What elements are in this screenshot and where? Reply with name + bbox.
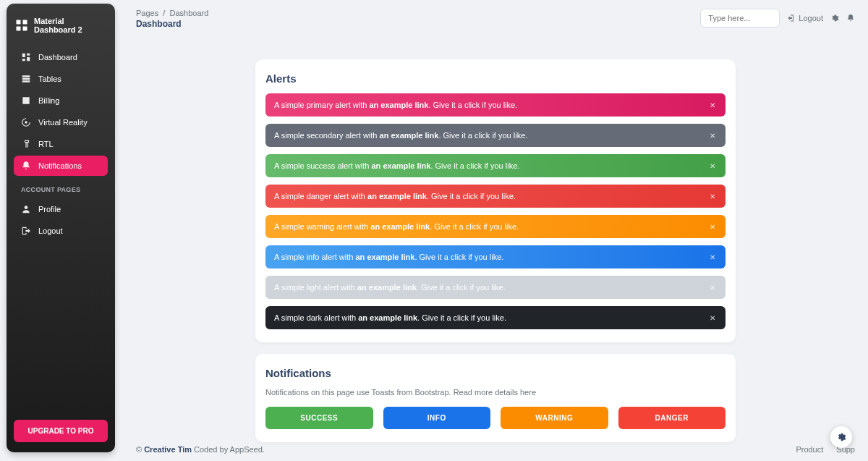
- sidebar-item-vr[interactable]: Virtual Reality: [14, 112, 108, 132]
- svg-rect-3: [22, 26, 27, 30]
- close-icon[interactable]: ✕: [708, 223, 717, 231]
- sidebar: Material Dashboard 2 Dashboard Tables Bi…: [7, 4, 115, 452]
- svg-rect-6: [27, 57, 30, 61]
- footer: © Creative Tim Coded by AppSeed. Product…: [136, 445, 855, 454]
- close-icon[interactable]: ✕: [708, 162, 717, 170]
- logout-label: Logout: [799, 14, 823, 22]
- sidebar-item-label: Logout: [38, 227, 63, 235]
- sidebar-item-profile[interactable]: Profile: [14, 199, 108, 219]
- sidebar-item-rtl[interactable]: RTL: [14, 134, 108, 154]
- sidebar-item-logout[interactable]: Logout: [14, 221, 108, 241]
- sidebar-item-billing[interactable]: Billing: [14, 90, 108, 111]
- danger-button[interactable]: DANGER: [618, 407, 726, 429]
- settings-link[interactable]: [830, 14, 839, 22]
- sidebar-item-label: Tables: [38, 75, 61, 83]
- alert-secondary: A simple secondary alert with an example…: [265, 124, 726, 147]
- brand[interactable]: Material Dashboard 2: [7, 4, 115, 44]
- signin-icon: [787, 14, 796, 22]
- notifications-subtitle: Notifications on this page use Toasts fr…: [265, 388, 726, 397]
- page-title: Dashboard: [136, 19, 208, 29]
- alert-text: A simple dark alert with an example link…: [274, 313, 506, 322]
- brand-name: Material Dashboard 2: [34, 17, 106, 34]
- rtl-icon: [21, 139, 31, 149]
- close-icon[interactable]: ✕: [708, 253, 717, 261]
- svg-rect-4: [22, 54, 25, 57]
- alert-warning: A simple warning alert with an example l…: [265, 215, 726, 238]
- logout-link[interactable]: Logout: [787, 14, 823, 22]
- sidebar-item-label: Virtual Reality: [38, 118, 88, 127]
- vr-icon: [21, 117, 31, 127]
- breadcrumb-root[interactable]: Pages: [136, 9, 158, 17]
- brand-logo-icon: [15, 18, 28, 33]
- gear-icon: [830, 14, 839, 22]
- upgrade-button[interactable]: UPGRADE TO PRO: [14, 420, 108, 442]
- breadcrumb-current: Dashboard: [169, 9, 208, 17]
- notifications-card: Notifications Notifications on this page…: [255, 354, 736, 442]
- footer-copyright: © Creative Tim Coded by AppSeed.: [136, 445, 265, 454]
- search-input[interactable]: [700, 9, 780, 28]
- alert-primary: A simple primary alert with an example l…: [265, 93, 726, 117]
- topbar: Pages / Dashboard Dashboard Logout: [136, 6, 855, 29]
- close-icon[interactable]: ✕: [708, 101, 717, 109]
- alert-text: A simple success alert with an example l…: [274, 161, 519, 170]
- logout-icon: [21, 226, 31, 236]
- dashboard-icon: [21, 52, 31, 62]
- warning-button[interactable]: WARNING: [501, 407, 608, 429]
- alerts-card: Alerts A simple primary alert with an ex…: [255, 59, 736, 342]
- sidebar-item-dashboard[interactable]: Dashboard: [14, 47, 108, 67]
- user-icon: [21, 204, 31, 214]
- bell-icon: [21, 161, 31, 171]
- billing-icon: [21, 96, 31, 106]
- success-button[interactable]: SUCCESS: [265, 407, 373, 429]
- sidebar-item-label: Dashboard: [38, 53, 77, 62]
- alert-text: A simple info alert with an example link…: [274, 253, 503, 261]
- alert-text: A simple primary alert with an example l…: [274, 101, 517, 109]
- sidebar-item-label: Billing: [38, 96, 59, 105]
- alert-text: A simple light alert with an example lin…: [274, 283, 506, 292]
- tables-icon: [21, 74, 31, 84]
- alert-text: A simple secondary alert with an example…: [274, 131, 527, 140]
- alert-success: A simple success alert with an example l…: [265, 154, 726, 177]
- sidebar-item-label: Notifications: [38, 161, 82, 170]
- sidebar-item-tables[interactable]: Tables: [14, 69, 108, 89]
- alerts-title: Alerts: [265, 72, 726, 85]
- alert-info: A simple info alert with an example link…: [265, 245, 726, 268]
- close-icon[interactable]: ✕: [708, 132, 717, 140]
- breadcrumb: Pages / Dashboard: [136, 9, 208, 17]
- main: Pages / Dashboard Dashboard Logout Alert…: [123, 0, 868, 461]
- nav-header-account: ACCOUNT PAGES: [14, 177, 108, 198]
- sidebar-item-notifications[interactable]: Notifications: [14, 156, 108, 176]
- svg-rect-2: [22, 20, 27, 25]
- alert-dark: A simple dark alert with an example link…: [265, 306, 726, 329]
- settings-fab[interactable]: [830, 426, 852, 448]
- svg-rect-1: [16, 26, 20, 30]
- gear-icon: [836, 432, 846, 442]
- here-link[interactable]: here: [520, 388, 536, 397]
- notifications-title: Notifications: [265, 367, 726, 379]
- svg-rect-5: [27, 54, 30, 56]
- bell-icon: [846, 14, 855, 22]
- svg-point-8: [25, 121, 27, 124]
- svg-rect-7: [22, 59, 25, 61]
- footer-link-product[interactable]: Product: [796, 445, 823, 454]
- notification-buttons: SUCCESS INFO WARNING DANGER: [265, 407, 726, 429]
- close-icon[interactable]: ✕: [708, 284, 717, 292]
- footer-brand[interactable]: Creative Tim: [144, 445, 192, 454]
- sidebar-item-label: RTL: [38, 140, 54, 148]
- svg-point-9: [25, 206, 28, 209]
- close-icon[interactable]: ✕: [708, 193, 717, 200]
- nav: Dashboard Tables Billing Virtual Reality…: [7, 44, 115, 244]
- alert-text: A simple danger alert with an example li…: [274, 192, 516, 200]
- bell-link[interactable]: [846, 14, 855, 22]
- alert-danger: A simple danger alert with an example li…: [265, 185, 726, 208]
- info-button[interactable]: INFO: [383, 407, 491, 429]
- sidebar-item-label: Profile: [38, 205, 61, 213]
- svg-rect-0: [16, 20, 20, 25]
- alert-light: A simple light alert with an example lin…: [265, 276, 726, 299]
- alert-text: A simple warning alert with an example l…: [274, 222, 519, 231]
- close-icon[interactable]: ✕: [708, 314, 717, 322]
- top-actions: Logout: [700, 9, 855, 28]
